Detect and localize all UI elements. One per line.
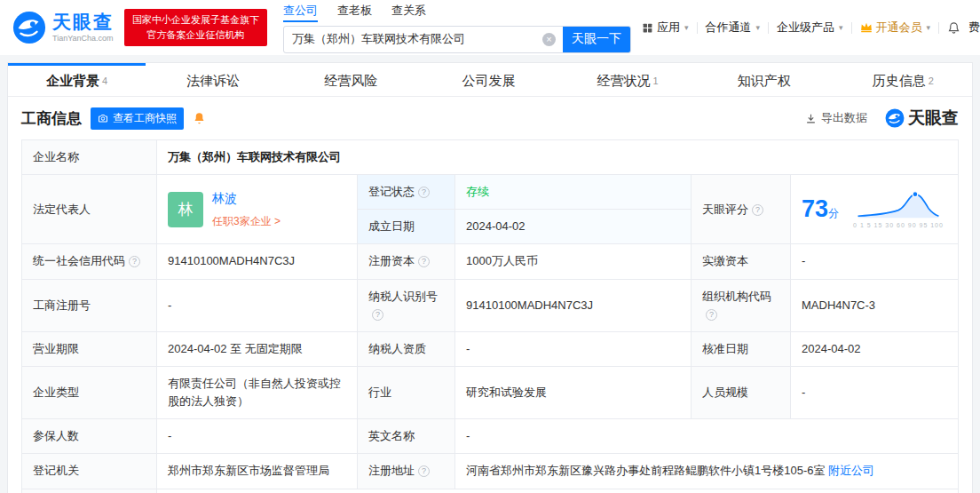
help-icon[interactable]: ? [752, 204, 763, 216]
nav-partner-channel[interactable]: 合作通道 ▾ [706, 20, 761, 36]
field-label: 法定代表人 [22, 175, 157, 244]
chevron-down-icon: ▾ [684, 23, 689, 32]
badge-line2: 官方备案企业征信机构 [132, 28, 259, 43]
company-detail-card: 企业背景4 法律诉讼 经营风险 公司发展 经营状况1 知识产权 历史信息2 工商… [7, 62, 973, 493]
reg-address-value: 河南省郑州市郑东新区豫兴路办事处前程路鲲鹏软件小镇1号楼105-6室 [466, 464, 825, 477]
field-label: 核准日期 [692, 331, 791, 366]
establish-date-value: 2024-04-02 [455, 210, 692, 244]
help-icon[interactable]: ? [418, 187, 430, 198]
tab-intellectual-property[interactable]: 知识产权 [697, 63, 834, 96]
nav-enterprise-products[interactable]: 企业级产品 ▾ [777, 20, 843, 36]
nearby-companies-link[interactable]: 附近公司 [828, 464, 874, 477]
tab-search-relation[interactable]: 查关系 [391, 3, 426, 22]
tianyan-score-cell[interactable]: 73分 0 1 5 15 30 60 90 95 100 [791, 175, 959, 244]
clear-search-icon[interactable]: × [542, 33, 556, 46]
nav-vip-label: 开通会员 [876, 20, 922, 36]
legal-rep-avatar[interactable]: 林 [168, 192, 203, 227]
camera-icon [98, 113, 108, 123]
field-label: 企业名称 [22, 140, 157, 175]
english-name-value: - [455, 419, 959, 454]
divider [851, 22, 852, 34]
field-label: 登记机关 [22, 454, 157, 489]
tab-legal-proceedings[interactable]: 法律诉讼 [146, 63, 283, 96]
field-label: 人员规模 [692, 366, 791, 418]
legal-rep-companies-link[interactable]: 任职3家企业 > [212, 213, 281, 230]
logo-cn: 天眼查 [52, 12, 114, 31]
tianyancha-logo[interactable]: 天眼查 TianYanCha.com [12, 11, 114, 44]
chevron-down-icon: ▾ [927, 23, 931, 32]
field-label: 工商注册号 [22, 279, 157, 331]
business-term-value: 2024-04-02 至 无固定期限 [157, 331, 358, 366]
watermark-brand: 天眼查 [885, 107, 959, 130]
table-row: 企业类型 有限责任公司（非自然人投资或控股的法人独资） 行业 研究和试验发展 人… [22, 366, 959, 418]
apps-grid-icon [642, 22, 653, 34]
reg-address-cell: 河南省郑州市郑东新区豫兴路办事处前程路鲲鹏软件小镇1号楼105-6室 附近公司 [455, 454, 959, 489]
company-type-value: 有限责任公司（非自然人投资或控股的法人独资） [157, 366, 358, 418]
field-label: 经营范围? [22, 489, 157, 493]
company-info-table: 企业名称 万集（郑州）车联网技术有限公司 法定代表人 林 林波 任职3家企业 >… [21, 139, 959, 493]
field-label: 营业期限 [22, 331, 157, 366]
help-icon[interactable]: ? [706, 309, 717, 321]
table-row: 企业名称 万集（郑州）车联网技术有限公司 [22, 140, 959, 175]
tab-search-company[interactable]: 查公司 [283, 3, 318, 22]
search-button[interactable]: 天眼一下 [563, 26, 630, 53]
user-menu[interactable]: 费米 ▾ [968, 20, 980, 36]
legal-rep-cell: 林 林波 任职3家企业 > [157, 175, 358, 244]
taxpayer-quality-value: - [455, 331, 692, 366]
score-sparkline: 0 1 5 15 30 60 90 95 100 [853, 188, 944, 231]
monitor-bell-button[interactable] [193, 112, 206, 125]
section-actions: 导出数据 天眼查 [805, 107, 959, 130]
field-label: 注册地址? [358, 454, 455, 489]
score-axis-labels: 0 1 5 15 30 60 90 95 100 [853, 221, 944, 231]
business-scope-value: 一般项目：技术服务、技术开发、技术咨询、技术交流、技术转让、技术推广；物联网技术… [157, 489, 959, 493]
nav-apps[interactable]: 应用 ▾ [642, 20, 689, 36]
tab-operation-risk[interactable]: 经营风险 [283, 63, 421, 96]
help-icon[interactable]: ? [418, 256, 430, 267]
business-snapshot-button[interactable]: 查看工商快照 [91, 107, 184, 130]
tianyancha-logo-icon [12, 11, 46, 44]
help-icon[interactable]: ? [418, 465, 430, 477]
logo-text: 天眼查 TianYanCha.com [52, 12, 114, 43]
field-label: 企业类型 [22, 366, 157, 418]
company-name-value: 万集（郑州）车联网技术有限公司 [157, 140, 959, 175]
search-input[interactable] [284, 33, 542, 46]
table-row: 工商注册号 - 纳税人识别号? 91410100MADH4N7C3J 组织机构代… [22, 279, 959, 331]
bell-icon [193, 112, 206, 125]
divider [697, 22, 698, 34]
table-row: 登记机关 郑州市郑东新区市场监督管理局 注册地址? 河南省郑州市郑东新区豫兴路办… [22, 454, 959, 489]
help-icon[interactable]: ? [129, 256, 140, 267]
field-label: 登记状态? [358, 175, 455, 210]
tab-search-boss[interactable]: 查老板 [337, 3, 372, 22]
notification-bell[interactable] [947, 21, 960, 35]
chevron-down-icon: ▾ [839, 23, 843, 32]
tab-count: 2 [929, 76, 934, 86]
reg-capital-value: 1000万人民币 [455, 244, 692, 279]
paid-capital-value: - [791, 244, 959, 279]
staff-size-value: - [791, 366, 959, 418]
score-unit: 分 [828, 207, 839, 219]
field-label: 实缴资本 [692, 244, 791, 279]
field-label: 成立日期 [358, 210, 455, 244]
nav-partner-label: 合作通道 [706, 20, 752, 36]
tab-operation-status[interactable]: 经营状况1 [559, 63, 697, 96]
search-tabs: 查公司 查老板 查关系 [283, 3, 631, 22]
org-code-value: MADH4N7C-3 [791, 279, 959, 331]
section-tabs: 企业背景4 法律诉讼 经营风险 公司发展 经营状况1 知识产权 历史信息2 [8, 63, 972, 97]
legal-rep-name-link[interactable]: 林波 [212, 189, 281, 209]
field-label: 参保人数 [22, 419, 157, 454]
divider [768, 22, 769, 34]
table-row: 统一社会信用代码? 91410100MADH4N7C3J 注册资本? 1000万… [22, 244, 959, 279]
nav-open-vip[interactable]: 开通会员 ▾ [860, 20, 931, 36]
tab-company-background[interactable]: 企业背景4 [8, 63, 146, 96]
insured-count-value: - [157, 419, 358, 454]
tab-company-development[interactable]: 公司发展 [421, 63, 558, 96]
crown-icon [860, 22, 873, 33]
header-nav: 应用 ▾ 合作通道 ▾ 企业级产品 ▾ 开通会员 ▾ 费米 ▾ [642, 20, 980, 36]
tab-history-info[interactable]: 历史信息2 [834, 63, 972, 96]
header-search: 查公司 查老板 查关系 × 天眼一下 [283, 3, 631, 53]
export-data-button[interactable]: 导出数据 [805, 110, 867, 126]
download-icon [805, 113, 817, 124]
help-icon[interactable]: ? [372, 309, 383, 321]
search-box: × 天眼一下 [283, 26, 631, 53]
table-row: 营业期限 2024-04-02 至 无固定期限 纳税人资质 - 核准日期 202… [22, 331, 959, 366]
